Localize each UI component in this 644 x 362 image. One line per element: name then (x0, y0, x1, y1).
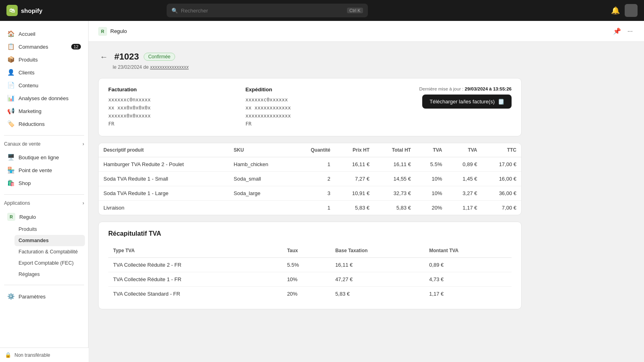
col-ttc: TTC (482, 143, 522, 157)
row3-prix-ht: 10,91 € (335, 186, 374, 201)
billing-line-4: FR (108, 120, 237, 128)
billing-line-3: xxxxxx0x0xxxxx (108, 112, 237, 120)
col-qty: Quantité (293, 143, 335, 157)
tva-summary-title: Récapitulatif TVA (108, 230, 512, 237)
billing-title: Facturation (108, 86, 237, 93)
sidebar-item-commandes[interactable]: 📋 Commandes 12 (3, 40, 85, 53)
download-invoice-button[interactable]: Télécharger la/les facture(s) 🗒️ (422, 95, 512, 109)
tva-col-base: Base Taxation (330, 244, 424, 258)
row2-tva-pct: 10% (416, 172, 447, 186)
settings-icon: ⚙️ (7, 293, 14, 300)
billing-shipping-body: Facturation xxxxxxc0nxxxxx xx xxx0x0x0x0… (99, 78, 521, 136)
applications-section: R Regulo Produits Commandes Facturation … (0, 208, 88, 282)
sidebar-item-facturation[interactable]: Facturation & Comptabilité (14, 246, 85, 257)
sidebar-divider-1 (4, 135, 84, 136)
shopify-logo[interactable]: 🛍 shopify (6, 5, 42, 16)
online-store-icon: 🖥️ (7, 154, 14, 161)
applications-label: Applications (4, 200, 30, 206)
row1-tva-pct: 5.5% (416, 157, 447, 172)
sidebar-item-parametres[interactable]: ⚙️ Paramètres (3, 290, 85, 303)
breadcrumb-app-name: Regulo (110, 28, 127, 34)
billing-block: Facturation xxxxxxc0nxxxxx xx xxx0x0x0x0… (108, 86, 237, 128)
sidebar-item-marketing[interactable]: 📢 Marketing (3, 105, 85, 117)
row3-ttc: 36,00 € (482, 186, 522, 201)
sidebar-label-produits-sub: Produits (19, 226, 37, 232)
row2-tva-amt: 1,45 € (447, 172, 482, 186)
sidebar-label-facturation: Facturation & Comptabilité (19, 249, 78, 255)
row2-sku: Soda_small (229, 172, 293, 186)
sidebar-item-boutique-en-ligne[interactable]: 🖥️ Boutique en ligne (3, 151, 85, 164)
canaux-label: Canaux de vente (4, 141, 41, 147)
row3-desc: Soda TVA Reduite 1 - Large (99, 186, 229, 201)
lock-icon: 🔒 (5, 352, 11, 358)
pos-icon: 🏪 (7, 167, 14, 174)
order-customer-masked: xxxxxxxxxxxxxxxx (150, 64, 189, 70)
row1-desc: Hamburger TVA Reduite 2 - Poulet (99, 157, 229, 172)
search-bar[interactable]: 🔍 Ctrl K (167, 4, 368, 17)
content-icon: 📄 (7, 82, 14, 89)
order-header: ← #1023 Confirmée (98, 51, 522, 62)
products-table: Descriptif produit SKU Quantité Prix HT … (99, 143, 521, 215)
shipping-block: Expédition xxxxxxc0xxxxxx xx xxxxxxxxxxx… (246, 86, 375, 128)
applications-section-title[interactable]: Applications › (0, 198, 88, 208)
row3-total-ht: 32,73 € (374, 186, 416, 201)
sidebar-item-commandes-sub[interactable]: Commandes (14, 235, 85, 246)
sidebar-item-reglages[interactable]: Réglages (14, 269, 85, 280)
more-menu-button[interactable]: ··· (626, 26, 634, 37)
tva-row1-taux: 5.5% (282, 258, 330, 272)
canaux-section: 🖥️ Boutique en ligne 🏪 Point de vente 🛍️… (0, 149, 88, 191)
tva-table-head: Type TVA Taux Base Taxation Montant TVA (108, 244, 512, 258)
last-updated-text: Dernière mise à jour : 29/03/2024 à 13:5… (419, 86, 512, 91)
row1-total-ht: 16,11 € (374, 157, 416, 172)
tva-table-body: TVA Collectée Réduite 2 - FR 5.5% 16,11 … (108, 258, 512, 301)
tva-row3-base: 5,83 € (330, 287, 424, 301)
sidebar-label-marketing: Marketing (19, 108, 41, 114)
canaux-section-title[interactable]: Canaux de vente › (0, 139, 88, 149)
sidebar-item-analyses[interactable]: 📊 Analyses de données (3, 92, 85, 105)
sidebar-item-regulo[interactable]: R Regulo (3, 210, 85, 224)
tva-summary-card: Récapitulatif TVA Type TVA Taux Base Tax… (98, 222, 522, 309)
sidebar-bottom-bar: 🔒 Non transférable (0, 348, 89, 362)
col-desc: Descriptif produit (99, 143, 229, 157)
pin-button[interactable]: 📌 (611, 26, 623, 37)
sidebar-label-reglages: Réglages (19, 272, 40, 277)
sidebar-label-contenu: Contenu (19, 82, 38, 88)
tva-row2-taux: 10% (282, 272, 330, 287)
table-row: Livraison 1 5,83 € 5,83 € 20% 1,17 € 7,0… (99, 201, 521, 215)
sidebar-label-commandes: Commandes (19, 44, 48, 50)
sidebar-label-pos: Point de vente (19, 167, 52, 173)
home-icon: 🏠 (7, 30, 14, 37)
non-transferable-label: Non transférable (14, 352, 50, 358)
sidebar-item-contenu[interactable]: 📄 Contenu (3, 79, 85, 92)
tva-row3-montant: 1,17 € (424, 287, 512, 301)
search-shortcut: Ctrl K (347, 8, 363, 13)
sidebar-item-produits[interactable]: 📦 Produits (3, 53, 85, 66)
tva-row2-montant: 4,73 € (424, 272, 512, 287)
sidebar-label-commandes-sub: Commandes (19, 238, 49, 243)
sidebar-item-shop[interactable]: 🛍️ Shop (3, 177, 85, 189)
sidebar-divider-3 (4, 285, 84, 285)
order-number: #1023 (114, 51, 139, 62)
regulo-sub-menu: Produits Commandes Facturation & Comptab… (3, 224, 85, 280)
table-row: Soda TVA Reduite 1 - Large Soda_large 3 … (99, 186, 521, 201)
shopify-wordmark: shopify (21, 7, 42, 14)
order-status-badge: Confirmée (144, 53, 175, 61)
breadcrumb-actions: 📌 ··· (611, 26, 634, 37)
notification-bell-icon[interactable]: 🔔 (611, 6, 620, 15)
sidebar-item-export[interactable]: Export Comptable (FEC) (14, 257, 85, 269)
row3-tva-amt: 3,27 € (447, 186, 482, 201)
row2-desc: Soda TVA Reduite 1 - Small (99, 172, 229, 186)
sidebar-item-produits-sub[interactable]: Produits (14, 224, 85, 235)
sidebar-item-accueil[interactable]: 🏠 Accueil (3, 27, 85, 40)
marketing-icon: 📢 (7, 107, 14, 115)
user-avatar[interactable] (625, 4, 638, 17)
search-input[interactable] (181, 8, 344, 14)
sidebar-item-point-de-vente[interactable]: 🏪 Point de vente (3, 164, 85, 177)
sidebar-label-shop: Shop (19, 180, 31, 186)
col-sku: SKU (229, 143, 293, 157)
sidebar-item-reductions[interactable]: 🏷️ Réductions (3, 117, 85, 130)
row4-tva-amt: 1,17 € (447, 201, 482, 215)
sidebar-item-clients[interactable]: 👤 Clients (3, 66, 85, 79)
invoice-block: Dernière mise à jour : 29/03/2024 à 13:5… (382, 86, 512, 109)
back-button[interactable]: ← (98, 52, 109, 62)
